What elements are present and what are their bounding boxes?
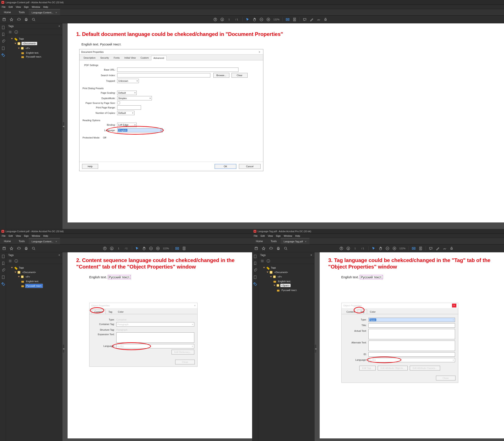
select-trapped[interactable]: Unknown▾ [117, 79, 139, 83]
rail-tags-icon[interactable] [1, 53, 5, 57]
rail-bookmarks-icon[interactable] [253, 261, 257, 265]
page-up-icon[interactable] [213, 17, 217, 21]
star-icon[interactable] [10, 17, 14, 21]
dialog-close-icon[interactable]: × [257, 51, 261, 53]
stamp-icon[interactable] [450, 247, 454, 250]
rail-attachments-icon[interactable] [1, 39, 5, 43]
zoom-out-icon[interactable] [386, 247, 389, 250]
textarea-actual-text[interactable] [369, 329, 455, 339]
rail-pages-icon[interactable] [1, 275, 5, 279]
document-area[interactable]: ◀ 3. Tag language could be chekced/chang… [315, 252, 504, 441]
tags-info-icon[interactable] [14, 30, 18, 34]
fit-page-icon[interactable] [293, 17, 297, 21]
tree-leaf-russian[interactable]: Русский текст. [277, 288, 313, 292]
clear-button[interactable]: Clear [232, 73, 248, 78]
menu-edit[interactable]: Edit [9, 235, 13, 237]
menu-help[interactable]: Help [43, 235, 48, 237]
cloud-icon[interactable] [17, 17, 21, 21]
dialog-close-icon[interactable]: × [452, 304, 456, 307]
edit-tag-button[interactable]: Edit Tag... [359, 366, 376, 370]
tags-tree[interactable]: Tags <Document> <P> [258, 264, 314, 296]
rail-thumbnails-icon[interactable] [1, 26, 5, 30]
tree-leaf-russian[interactable]: Русский текст. [21, 283, 61, 288]
tags-options-icon[interactable] [8, 30, 12, 34]
page-down-icon[interactable] [346, 247, 350, 250]
star-icon[interactable] [10, 247, 14, 250]
select-language[interactable]: ru-RU▾ [116, 344, 194, 348]
tab-tag[interactable]: Tag [106, 309, 115, 314]
textarea-alternate-text[interactable] [369, 341, 455, 351]
input-search-index[interactable] [117, 73, 210, 78]
tree-span-tag[interactable]: <Span> Русский текст. [273, 283, 313, 293]
select-tool-icon[interactable] [135, 247, 139, 250]
zoom-out-icon[interactable] [149, 247, 153, 250]
zoom-out-icon[interactable] [259, 17, 263, 21]
cancel-button[interactable]: Cancel [239, 164, 261, 169]
select-duplex[interactable]: Simplex▾ [117, 96, 152, 100]
zoom-in-icon[interactable] [266, 17, 270, 21]
document-area[interactable]: ◀ 2. Content sequence language could be … [62, 252, 252, 441]
fit-width-icon[interactable] [286, 17, 290, 21]
menu-sign[interactable]: Sign [24, 6, 29, 8]
rail-attachments-icon[interactable] [1, 268, 5, 272]
page-current[interactable]: 1 [353, 247, 357, 250]
dialog-close-icon[interactable]: × [194, 304, 196, 307]
tree-p-tag[interactable]: <P> English text. [18, 275, 61, 289]
page-current[interactable]: 1 [227, 18, 231, 21]
tags-options-icon[interactable] [8, 259, 12, 263]
menu-view[interactable]: View [268, 235, 273, 237]
cloud-icon[interactable] [17, 247, 21, 250]
tab-tools[interactable]: Tools [15, 238, 29, 244]
collapse-handle-icon[interactable]: ◀ [315, 344, 317, 353]
tab-home[interactable]: Home [252, 238, 267, 244]
browse-button[interactable]: Browse... [213, 73, 229, 78]
tree-p-tag[interactable]: <P> English text. [18, 46, 61, 59]
hand-tool-icon[interactable] [142, 247, 146, 250]
highlight-icon[interactable] [310, 17, 314, 21]
zoom-level[interactable]: 122% [273, 18, 279, 21]
tab-color[interactable]: Color [367, 309, 378, 314]
save-icon[interactable] [2, 247, 6, 250]
select-container-tag[interactable]: Paragraph▾ [116, 322, 194, 327]
rail-thumbnails-icon[interactable] [1, 254, 5, 258]
cloud-icon[interactable] [269, 247, 273, 250]
print-icon[interactable] [24, 247, 28, 250]
close-button[interactable]: Close [436, 376, 455, 380]
menu-window[interactable]: Window [284, 235, 292, 237]
search-icon[interactable] [32, 17, 35, 21]
menu-sign[interactable]: Sign [276, 235, 281, 237]
input-title[interactable] [369, 323, 455, 328]
tree-leaf-russian[interactable]: Русский текст. [21, 55, 61, 59]
fit-page-icon[interactable] [419, 247, 422, 250]
close-button[interactable]: Close [175, 360, 195, 364]
menu-file[interactable]: File [2, 235, 6, 237]
tree-tags-root[interactable]: Tags <Document> [11, 37, 61, 60]
tree-leaf-english[interactable]: English text. [273, 279, 313, 283]
highlight-icon[interactable] [436, 247, 440, 250]
tags-options-icon[interactable] [260, 259, 264, 263]
tree-document-tag[interactable]: <Document> <P> [14, 41, 61, 60]
tab-close-icon[interactable]: × [55, 11, 57, 14]
textarea-expansion-text[interactable] [116, 332, 194, 343]
select-copies[interactable]: Default▾ [117, 111, 134, 115]
menu-view[interactable]: View [16, 6, 21, 8]
stamp-icon[interactable] [324, 17, 327, 21]
print-icon[interactable] [276, 247, 280, 250]
tab-close-icon[interactable]: × [305, 240, 306, 243]
page-down-icon[interactable] [110, 247, 114, 250]
fit-width-icon[interactable] [412, 247, 416, 250]
tab-document[interactable]: Language-Tag.pdf × [281, 238, 309, 244]
star-icon[interactable] [262, 247, 266, 250]
edit-attribute-objects-button[interactable]: Edit Attribute Objects... [378, 366, 408, 370]
select-language[interactable]: ru-RU▾ [369, 358, 455, 362]
search-icon[interactable] [32, 247, 35, 250]
page-down-icon[interactable] [220, 17, 224, 21]
tab-content[interactable]: Content [344, 309, 358, 314]
tab-content[interactable]: Content [92, 309, 106, 314]
collapse-handle-icon[interactable]: ◀ [62, 122, 65, 130]
checkbox-paper-by-size[interactable] [117, 101, 120, 104]
tab-tools[interactable]: Tools [267, 238, 281, 244]
rail-bookmarks-icon[interactable] [1, 261, 5, 265]
tab-home[interactable]: Home [0, 238, 15, 244]
select-page-scaling[interactable]: Default▾ [117, 91, 137, 95]
